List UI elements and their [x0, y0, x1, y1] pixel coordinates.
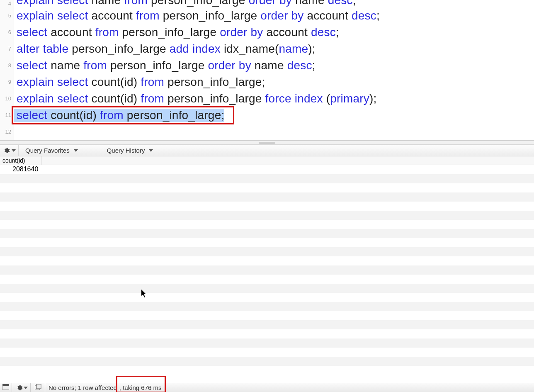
- sql-editor[interactable]: 4explain select name from person_info_la…: [0, 0, 534, 141]
- code-line[interactable]: 5explain select account from person_info…: [0, 7, 534, 24]
- code-content[interactable]: alter table person_info_large add index …: [14, 41, 316, 57]
- chevron-down-icon: [12, 149, 16, 152]
- table-row: [0, 220, 534, 229]
- code-line[interactable]: 7alter table person_info_large add index…: [0, 41, 534, 57]
- table-row: [0, 229, 534, 238]
- table-row: [0, 183, 534, 192]
- line-number: 7: [0, 41, 14, 57]
- code-line[interactable]: 9explain select count(id) from person_in…: [0, 74, 534, 90]
- results-header: count(id): [0, 156, 534, 165]
- gear-icon: [3, 147, 10, 154]
- pane-splitter[interactable]: [0, 141, 534, 145]
- results-toolbar: Query Favorites Query History: [0, 145, 534, 156]
- table-row: [0, 348, 534, 357]
- table-row: [0, 357, 534, 366]
- chevron-down-icon: [24, 387, 28, 389]
- results-body: 2081640: [0, 165, 534, 375]
- status-settings-button[interactable]: [14, 383, 31, 392]
- line-number: 11: [0, 107, 14, 124]
- table-row: [0, 192, 534, 202]
- table-row: [0, 293, 534, 302]
- chevron-down-icon: [149, 149, 153, 152]
- line-number: 9: [0, 74, 14, 90]
- code-content[interactable]: explain select account from person_info_…: [14, 7, 380, 24]
- table-row: [0, 329, 534, 338]
- table-row: [0, 247, 534, 256]
- code-content[interactable]: explain select count(id) from person_inf…: [14, 90, 376, 107]
- code-line[interactable]: 11select count(id) from person_info_larg…: [0, 107, 534, 124]
- query-favorites-label: Query Favorites: [25, 147, 70, 154]
- table-row: [0, 366, 534, 375]
- line-number: 5: [0, 7, 14, 24]
- table-row: [0, 338, 534, 348]
- code-content[interactable]: select count(id) from person_info_large;: [14, 107, 224, 124]
- query-favorites-dropdown[interactable]: Query Favorites: [21, 145, 84, 156]
- results-grid[interactable]: count(id) 2081640: [0, 156, 534, 392]
- status-message-prefix: No errors; 1 row affected: [47, 384, 119, 391]
- status-message-timing: , taking 676 ms: [118, 384, 163, 391]
- chevron-down-icon: [74, 149, 78, 152]
- line-number: 6: [0, 24, 14, 41]
- status-bar: No errors; 1 row affected , taking 676 m…: [0, 383, 534, 392]
- table-row: [0, 256, 534, 265]
- table-row: [0, 311, 534, 320]
- table-row[interactable]: 2081640: [0, 165, 534, 174]
- query-history-label: Query History: [107, 147, 145, 154]
- code-content[interactable]: select name from person_info_large order…: [14, 57, 316, 74]
- results-settings-button[interactable]: [1, 145, 19, 156]
- table-row: [0, 302, 534, 311]
- table-row: [0, 202, 534, 211]
- code-line[interactable]: 6select account from person_info_large o…: [0, 24, 534, 41]
- svg-rect-1: [2, 384, 9, 386]
- table-row: [0, 275, 534, 284]
- result-cell[interactable]: 2081640: [0, 165, 41, 174]
- table-row: [0, 174, 534, 183]
- table-row: [0, 265, 534, 275]
- copy-icon: [35, 384, 42, 391]
- table-row: [0, 238, 534, 247]
- code-content[interactable]: select account from person_info_large or…: [14, 24, 339, 41]
- table-row: [0, 284, 534, 293]
- code-line[interactable]: 8select name from person_info_large orde…: [0, 57, 534, 74]
- layout-icon: [2, 384, 9, 391]
- query-history-dropdown[interactable]: Query History: [103, 145, 159, 156]
- line-number: 8: [0, 57, 14, 74]
- code-content[interactable]: explain select count(id) from person_inf…: [14, 74, 265, 90]
- line-number: 10: [0, 90, 14, 107]
- table-row: [0, 320, 534, 329]
- code-line[interactable]: 10explain select count(id) from person_i…: [0, 90, 534, 107]
- table-row: [0, 211, 534, 220]
- results-column-header[interactable]: count(id): [0, 156, 41, 165]
- gear-icon: [16, 385, 23, 391]
- line-number: 4: [0, 0, 14, 7]
- status-copy-button[interactable]: [32, 383, 45, 392]
- line-number: 12: [0, 124, 14, 140]
- code-line[interactable]: 12: [0, 124, 534, 140]
- code-line[interactable]: 4explain select name from person_info_la…: [0, 0, 534, 7]
- svg-rect-3: [36, 384, 41, 389]
- status-layout-button[interactable]: [0, 383, 12, 392]
